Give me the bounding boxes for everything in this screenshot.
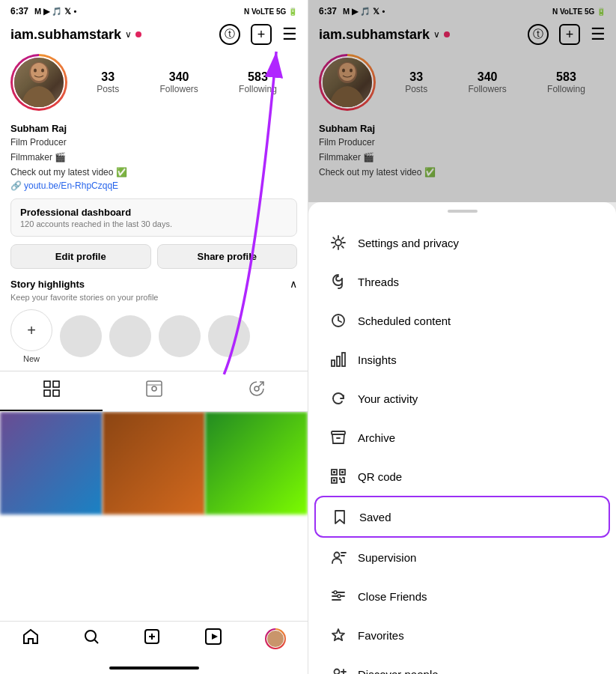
reels-icon [204, 628, 222, 650]
share-profile-button[interactable]: Share profile [157, 244, 298, 269]
reels-tab-icon [146, 380, 162, 401]
menu-item-settings[interactable]: Settings and privacy [314, 223, 610, 262]
username-row-right: iam.subhamstark ∨ [319, 27, 450, 43]
menu-label-insights: Insights [358, 353, 397, 366]
menu-item-supervision[interactable]: Supervision [314, 538, 610, 577]
menu-label-supervision: Supervision [358, 551, 416, 564]
menu-item-insights[interactable]: Insights [314, 340, 610, 379]
supervision-icon [329, 548, 347, 566]
story-circle-1[interactable] [60, 315, 102, 357]
settings-icon [329, 234, 347, 252]
story-circle-3[interactable] [159, 315, 201, 357]
menu-item-activity[interactable]: Your activity [314, 379, 610, 418]
pro-dashboard[interactable]: Professional dashboard 120 accounts reac… [10, 198, 297, 237]
sheet-handle [448, 210, 478, 213]
tab-tagged[interactable] [205, 371, 308, 411]
svg-rect-8 [147, 381, 162, 396]
edit-profile-button[interactable]: Edit profile [10, 244, 151, 269]
menu-label-activity: Your activity [358, 392, 418, 405]
add-icon[interactable]: + [251, 24, 272, 45]
dropdown-icon[interactable]: ∨ [125, 29, 132, 40]
pro-dashboard-subtitle: 120 accounts reached in the last 30 days… [20, 219, 287, 228]
menu-item-qr[interactable]: QR code [314, 457, 610, 496]
dropdown-icon-right: ∨ [433, 29, 440, 40]
profile-title1-right: Film Producer [319, 136, 606, 149]
svg-point-2 [34, 69, 37, 73]
posts-stat[interactable]: 33 Posts [97, 70, 119, 94]
saved-icon [331, 508, 349, 526]
home-indicator-bar-left [109, 667, 199, 670]
threads-icon[interactable]: ⓣ [219, 24, 240, 45]
nav-home[interactable] [22, 628, 40, 650]
menu-label-discover: Discover people [358, 668, 439, 675]
svg-rect-29 [342, 353, 345, 366]
nav-create[interactable] [143, 628, 161, 650]
tab-reels[interactable] [103, 371, 205, 411]
posts-label-right: Posts [405, 84, 427, 94]
qr-icon [329, 467, 347, 485]
top-nav-left: iam.subhamstark ∨ ⓣ + ☰ [0, 21, 308, 51]
profile-stats-right-inner: 33 Posts 340 Followers 583 Following [319, 54, 606, 111]
avatar-inner-right [321, 56, 373, 109]
profile-bio-line: Check out my latest video ✅ [10, 166, 297, 179]
tagged-tab-icon [248, 380, 265, 401]
tabs-row [0, 371, 308, 412]
nav-icons: ⓣ + ☰ [219, 24, 297, 45]
menu-item-favorites[interactable]: Favorites [314, 616, 610, 655]
story-circle-4[interactable] [208, 315, 250, 357]
tab-grid[interactable] [0, 371, 103, 411]
story-title: Story highlights [10, 279, 85, 290]
profile-link[interactable]: 🔗 youtu.be/En-RhpCzqqE [10, 180, 297, 191]
following-stat[interactable]: 583 Following [239, 70, 277, 94]
hamburger-icon[interactable]: ☰ [282, 25, 297, 44]
following-count: 583 [248, 70, 268, 84]
menu-label-threads: Threads [358, 276, 399, 288]
menu-item-close-friends[interactable]: Close Friends [314, 577, 610, 616]
svg-rect-6 [44, 390, 50, 396]
profile-title2: Filmmaker 🎬 [10, 151, 297, 164]
nav-search[interactable] [82, 628, 100, 650]
hamburger-icon-right: ☰ [591, 25, 606, 44]
menu-item-archive[interactable]: Archive [314, 418, 610, 457]
grid-row-1 [0, 412, 308, 514]
followers-stat[interactable]: 340 Followers [159, 70, 198, 94]
threads-menu-icon [329, 273, 347, 291]
posts-stat-right: 33 Posts [405, 70, 427, 94]
story-add-wrapper: + New [10, 309, 52, 363]
close-friends-icon [329, 587, 347, 605]
live-dot-right [444, 31, 450, 37]
grid-tab-icon [43, 380, 60, 401]
avatar-ring-right [319, 54, 376, 111]
top-nav-right: iam.subhamstark ∨ ⓣ + ☰ [308, 21, 616, 51]
status-left: 6:37 M ▶ 🎵 𝕏 • [10, 6, 76, 16]
avatar-container[interactable] [10, 54, 67, 111]
grid-cell-2[interactable] [103, 412, 205, 514]
home-icon [22, 628, 40, 650]
search-icon [82, 628, 100, 650]
menu-label-favorites: Favorites [358, 629, 404, 642]
menu-item-threads[interactable]: Threads [314, 262, 610, 301]
menu-item-scheduled[interactable]: Scheduled content [314, 301, 610, 340]
svg-point-44 [335, 670, 340, 675]
profile-title1: Film Producer [10, 136, 297, 149]
bottom-sheet-menu: Settings and privacy Threads Scheduled c… [308, 202, 616, 674]
status-right-left: N VoLTE 5G 🔋 [244, 7, 297, 16]
followers-label-right: Followers [468, 84, 506, 94]
grid-cell-3[interactable] [205, 412, 308, 514]
followers-count: 340 [169, 70, 189, 84]
live-dot [135, 31, 141, 37]
profile-avatar-inner-nav [266, 630, 284, 648]
story-add-button[interactable]: + [10, 309, 52, 351]
followers-count-right: 340 [478, 70, 498, 84]
nav-reels[interactable] [204, 628, 222, 650]
svg-point-3 [41, 69, 44, 73]
story-circle-2[interactable] [109, 315, 151, 357]
nav-profile[interactable] [265, 628, 286, 649]
status-bar-left: 6:37 M ▶ 🎵 𝕏 • N VoLTE 5G 🔋 [0, 0, 308, 21]
grid-cell-1[interactable] [0, 412, 103, 514]
menu-item-discover[interactable]: Discover people [314, 655, 610, 674]
followers-label: Followers [159, 84, 198, 94]
story-collapse-icon[interactable]: ∧ [290, 278, 297, 290]
menu-item-saved[interactable]: Saved [314, 496, 610, 538]
scheduled-icon [329, 312, 347, 330]
